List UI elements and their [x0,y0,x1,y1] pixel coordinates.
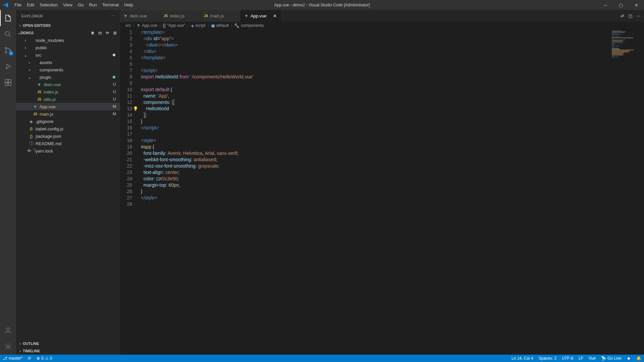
menu-file[interactable]: File [12,0,24,10]
chevron-right-icon: › [23,38,28,43]
sidebar-title: EXPLORER ⋯ [16,10,120,22]
breadcrumbs[interactable]: src › ▼App.vue › {}"App.vue" › ◈script ›… [120,22,644,29]
section-timeline[interactable]: › TIMELINE [16,347,120,355]
crumb-file[interactable]: ▼App.vue [137,23,157,28]
line-number: 9 [120,80,132,86]
status-notifications[interactable]: 🔔 [634,355,644,362]
new-file-icon[interactable]: 🗎 [89,31,96,35]
svg-rect-6 [8,79,11,82]
tree-file-dwin.vue[interactable]: ▼dwin.vueU [16,81,120,88]
menu-selection[interactable]: Selection [37,0,60,10]
status-cursor[interactable]: Ln 14, Col 4 [509,355,536,362]
activity-accounts[interactable] [0,322,16,339]
vscode-logo-icon [0,2,12,8]
close-button[interactable]: ✕ [629,0,644,10]
new-folder-icon[interactable]: 🗀 [97,31,103,35]
status-encoding[interactable]: UTF-8 [559,355,576,362]
split-editor-icon[interactable]: ◫ [628,13,632,18]
menu-go[interactable]: Go [75,0,86,10]
symbol-icon: 🔧 [234,23,239,28]
menu-terminal[interactable]: Terminal [100,0,121,10]
menu-edit[interactable]: Edit [24,0,37,10]
tree-file-.gitignore[interactable]: ◆.gitignore [16,118,120,125]
chevron-down-icon: ⌄ [17,31,20,35]
tree-file-App.vue[interactable]: ▼App.vueM [16,103,120,110]
tree-item-label: package.json [36,134,117,139]
line-number: 2 [120,36,132,42]
editor-tabs: ▼dwin.vue✕JSindex.js✕JSmain.js✕▼App.vue✕… [120,10,644,22]
collapse-all-icon[interactable]: ⊟ [111,31,118,35]
menu-run[interactable]: Run [86,0,100,10]
tree-file-babel.config.js[interactable]: Bbabel.config.js [16,125,120,132]
maximize-button[interactable]: ▢ [613,0,629,10]
line-number: 6 [120,61,132,67]
activity-extensions[interactable] [0,74,16,90]
tab-index.js[interactable]: JSindex.js✕ [160,10,201,22]
json-icon: {} [28,134,34,139]
braces-icon: {} [163,23,165,28]
tree-folder-components[interactable]: ›components [16,66,120,73]
svg-point-0 [5,32,9,36]
tree-folder-node_modules[interactable]: ›node_modules [16,37,120,44]
tree-item-label: App.vue [40,104,112,109]
sidebar-title-label: EXPLORER [21,14,43,18]
status-feedback[interactable]: ☻ [624,355,634,362]
vue-icon: ▼ [137,23,141,28]
tree-folder-public[interactable]: ›public [16,44,120,51]
editor-body[interactable]: 1234567891011121314151617181920212223242… [120,29,644,355]
close-tab-icon[interactable]: ✕ [272,13,277,18]
more-actions-icon[interactable]: ⋯ [636,13,641,18]
titlebar: File Edit Selection View Go Run Terminal… [0,0,644,10]
tab-label: main.js [210,13,224,18]
branch-icon: ⎇ [3,356,7,361]
activity-settings[interactable] [0,339,16,355]
tab-main.js[interactable]: JSmain.js✕ [201,10,241,22]
tree-file-utils.js[interactable]: JSutils.jsU [16,96,120,103]
section-open-editors[interactable]: › OPEN EDITORS [16,22,120,29]
menu-help[interactable]: Help [121,0,136,10]
tab-App.vue[interactable]: ▼App.vue✕ [241,10,281,22]
section-outline[interactable]: › OUTLINE [16,340,120,347]
activity-explorer[interactable] [0,10,16,26]
activity-debug[interactable] [0,58,16,74]
tree-file-yarn.lock[interactable]: �ीyarn.lock [16,147,120,155]
tree-item-label: public [36,45,117,50]
status-sync[interactable]: ⟳ [25,355,34,362]
refresh-icon[interactable]: ⟳ [104,31,111,35]
menu-view[interactable]: View [60,0,75,10]
crumb-src[interactable]: src [125,23,131,28]
lightbulb-icon[interactable]: 💡 [133,106,138,112]
warning-icon: ⚠ [45,356,49,361]
status-indent[interactable]: Spaces: 2 [536,355,559,362]
status-language[interactable]: Vue [586,355,598,362]
tree-file-package.json[interactable]: {}package.json [16,132,120,140]
project-header[interactable]: ⌄ DEMO2 🗎 🗀 ⟳ ⊟ [16,29,120,37]
crumb-default[interactable]: ▣default [211,23,229,28]
status-eol[interactable]: LF [576,355,586,362]
tree-item-label: components [40,67,117,72]
minimize-button[interactable]: ─ [598,0,613,10]
git-status: M [112,112,117,116]
tree-file-index.js[interactable]: JSindex.jsU [16,88,120,96]
status-problems[interactable]: ⊗0 ⚠0 [34,355,55,362]
code-content[interactable]: <template> <div id="app"> <dwin></dwin> … [138,29,610,355]
crumb-script[interactable]: ◈script [191,23,206,28]
activity-scm[interactable]: 5 [0,42,16,58]
tree-file-README.md[interactable]: ⓘREADME.md [16,140,120,147]
sidebar-more-icon[interactable]: ⋯ [111,14,115,18]
tree-item-label: babel.config.js [36,126,117,131]
compare-changes-icon[interactable]: ⇄ [621,13,624,18]
tab-label: App.vue [251,13,267,18]
tree-folder-src[interactable]: ⌄src [16,51,120,59]
crumb-components[interactable]: 🔧components [234,23,264,28]
tree-folder-assets[interactable]: ›assets [16,59,120,66]
status-golive[interactable]: 📡 Go Live [598,355,624,362]
tree-file-main.js[interactable]: JSmain.jsM [16,110,120,118]
status-branch[interactable]: ⎇ master* [0,355,25,362]
crumb-root[interactable]: {}"App.vue" [163,23,185,28]
tree-folder-plugin[interactable]: ⌄plugin [16,73,120,81]
minimap[interactable] [610,29,644,355]
tab-dwin.vue[interactable]: ▼dwin.vue✕ [120,10,160,22]
activity-search[interactable] [0,26,16,42]
line-number: 5 [120,55,132,61]
